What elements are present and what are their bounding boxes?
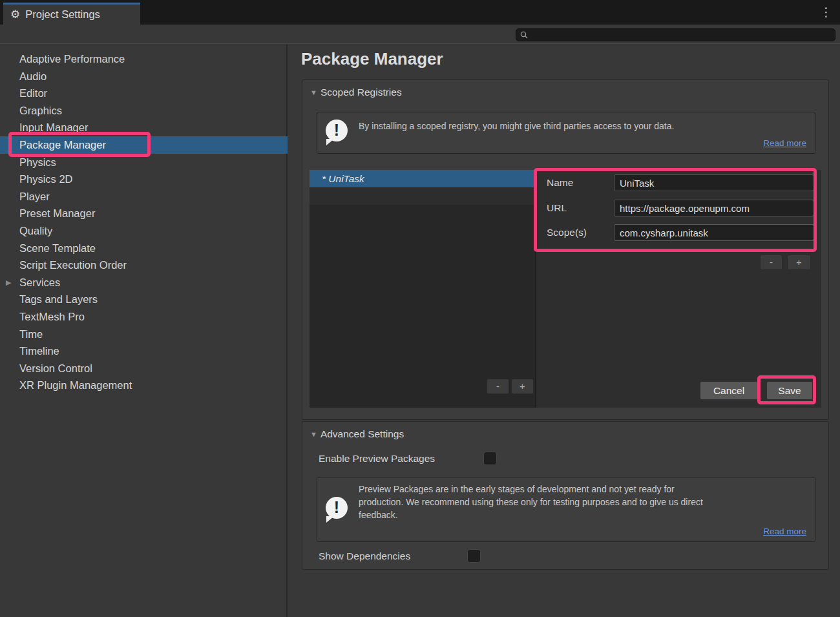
sidebar-item[interactable]: ▶ XR Plugin Management bbox=[0, 377, 288, 394]
advanced-settings-box: ▼Advanced Settings Enable Preview Packag… bbox=[302, 421, 829, 570]
advanced-settings-title: Advanced Settings bbox=[320, 428, 404, 439]
show-dependencies-checkbox[interactable] bbox=[467, 549, 481, 563]
sidebar-item-label: Editor bbox=[19, 87, 47, 99]
sidebar-item-label: Adaptive Performance bbox=[19, 53, 125, 65]
sidebar-item-label: Tags and Layers bbox=[19, 293, 98, 305]
read-more-link[interactable]: Read more bbox=[763, 527, 806, 536]
page-title: Package Manager bbox=[301, 49, 443, 69]
gear-icon: ⚙ bbox=[10, 9, 20, 20]
show-dependencies-label: Show Dependencies bbox=[319, 550, 410, 562]
scoped-registries-foldout[interactable]: ▼Scoped Registries bbox=[310, 87, 402, 98]
list-empty-row bbox=[310, 187, 535, 205]
foldout-down-icon: ▼ bbox=[310, 430, 317, 438]
preview-warning-line3: feedback. bbox=[359, 508, 811, 521]
name-label: Name bbox=[547, 177, 573, 189]
sidebar-item[interactable]: ▶ Preset Manager bbox=[0, 205, 288, 222]
sidebar-item-label: XR Plugin Management bbox=[19, 379, 132, 391]
sidebar-item-label: Physics bbox=[19, 156, 56, 168]
sidebar-item[interactable]: ▶ Physics bbox=[0, 154, 288, 171]
sidebar-item[interactable]: ▶ Player bbox=[0, 188, 288, 205]
sidebar-item[interactable]: ▶ Quality bbox=[0, 222, 288, 240]
tab-bar: ⚙ Project Settings ⋮ bbox=[0, 0, 840, 25]
sidebar-item[interactable]: ▶ Timeline bbox=[0, 342, 288, 360]
sidebar-item-label: Time bbox=[19, 328, 43, 340]
tab-project-settings[interactable]: ⚙ Project Settings bbox=[3, 3, 140, 25]
preview-warning-line2: production. We recommend using these onl… bbox=[359, 496, 811, 508]
sidebar-item[interactable]: ▶ Adaptive Performance bbox=[0, 50, 288, 68]
sidebar-item-label: Physics 2D bbox=[19, 173, 73, 185]
sidebar-item[interactable]: ▶ Services bbox=[0, 274, 288, 291]
search-input[interactable] bbox=[530, 30, 835, 40]
warning-icon: ! bbox=[326, 120, 348, 141]
sidebar-item-label: Preset Manager bbox=[19, 207, 95, 219]
settings-sidebar: ▶ Adaptive Performance ▶ Audio ▶ Editor … bbox=[0, 45, 288, 617]
enable-preview-checkbox[interactable] bbox=[483, 452, 497, 465]
sidebar-item[interactable]: ▶ Scene Template bbox=[0, 240, 288, 257]
warning-icon: ! bbox=[326, 497, 348, 519]
add-scope-button[interactable]: + bbox=[787, 255, 811, 270]
sidebar-list: ▶ Adaptive Performance ▶ Audio ▶ Editor … bbox=[0, 50, 288, 394]
cancel-button[interactable]: Cancel bbox=[700, 381, 758, 400]
add-registry-button[interactable]: + bbox=[511, 379, 534, 394]
url-label: URL bbox=[547, 202, 567, 214]
sidebar-item-label: TextMesh Pro bbox=[19, 311, 85, 322]
scopes-label: Scope(s) bbox=[547, 227, 587, 238]
unity-project-settings-window: ⚙ Project Settings ⋮ ▶ Adaptive Performa… bbox=[0, 0, 840, 617]
sidebar-item-label: Package Manager bbox=[19, 139, 106, 151]
registry-list-pane: * UniTask - + bbox=[310, 170, 535, 408]
scoped-registry-warning-box: ! By installing a scoped registry, you m… bbox=[317, 112, 815, 154]
sidebar-item[interactable]: ▶ Package Manager bbox=[0, 136, 288, 154]
sidebar-item[interactable]: ▶ TextMesh Pro bbox=[0, 308, 288, 326]
sidebar-item[interactable]: ▶ Graphics bbox=[0, 102, 288, 120]
sidebar-item-label: Player bbox=[19, 191, 50, 202]
kebab-menu-icon[interactable]: ⋮ bbox=[820, 5, 832, 19]
registry-form-pane: Name URL Scope(s) - + Cancel Save bbox=[536, 170, 821, 408]
toolbar bbox=[0, 25, 840, 44]
preview-warning-line1: Preview Packages are in the early stages… bbox=[359, 483, 811, 496]
read-more-link[interactable]: Read more bbox=[763, 138, 806, 148]
search-icon bbox=[520, 31, 528, 39]
sidebar-item[interactable]: ▶ Editor bbox=[0, 85, 288, 102]
sidebar-item-label: Services bbox=[19, 277, 60, 288]
url-field[interactable] bbox=[614, 200, 814, 216]
sidebar-item-label: Scene Template bbox=[19, 242, 96, 254]
enable-preview-label: Enable Preview Packages bbox=[319, 453, 435, 465]
preview-warning-box: ! Preview Packages are in the early stag… bbox=[317, 477, 815, 542]
search-box[interactable] bbox=[516, 28, 835, 41]
save-button[interactable]: Save bbox=[766, 381, 813, 400]
sidebar-item-label: Quality bbox=[19, 225, 52, 236]
sidebar-item[interactable]: ▶ Physics 2D bbox=[0, 171, 288, 188]
advanced-settings-foldout[interactable]: ▼Advanced Settings bbox=[310, 428, 404, 440]
registry-row[interactable]: * UniTask bbox=[310, 170, 535, 187]
foldout-down-icon: ▼ bbox=[310, 89, 317, 96]
registry-label: * UniTask bbox=[322, 173, 364, 184]
scoped-registries-title: Scoped Registries bbox=[320, 87, 402, 98]
sidebar-item[interactable]: ▶ Script Execution Order bbox=[0, 256, 288, 274]
sidebar-item[interactable]: ▶ Input Manager bbox=[0, 119, 288, 136]
sidebar-item-label: Version Control bbox=[19, 362, 92, 374]
remove-scope-button[interactable]: - bbox=[760, 255, 782, 270]
sidebar-item[interactable]: ▶ Tags and Layers bbox=[0, 291, 288, 308]
remove-registry-button[interactable]: - bbox=[487, 379, 509, 394]
sidebar-item[interactable]: ▶ Audio bbox=[0, 68, 288, 85]
scoped-registries-box: ▼Scoped Registries ! By installing a sco… bbox=[302, 79, 829, 420]
sidebar-item-label: Graphics bbox=[19, 105, 62, 116]
sidebar-item[interactable]: ▶ Time bbox=[0, 326, 288, 343]
sidebar-item-label: Script Execution Order bbox=[19, 259, 127, 271]
sidebar-item[interactable]: ▶ Version Control bbox=[0, 360, 288, 377]
sidebar-item-label: Input Manager bbox=[19, 121, 88, 133]
registry-list: * UniTask bbox=[310, 170, 535, 187]
sidebar-item-label: Audio bbox=[19, 70, 47, 82]
scoped-registry-warning-text: By installing a scoped registry, you mig… bbox=[359, 120, 811, 132]
tab-title: Project Settings bbox=[25, 8, 100, 21]
scopes-field[interactable] bbox=[614, 224, 814, 241]
sidebar-item-label: Timeline bbox=[19, 345, 59, 357]
name-field[interactable] bbox=[614, 174, 814, 191]
foldout-arrow-icon: ▶ bbox=[6, 274, 11, 291]
